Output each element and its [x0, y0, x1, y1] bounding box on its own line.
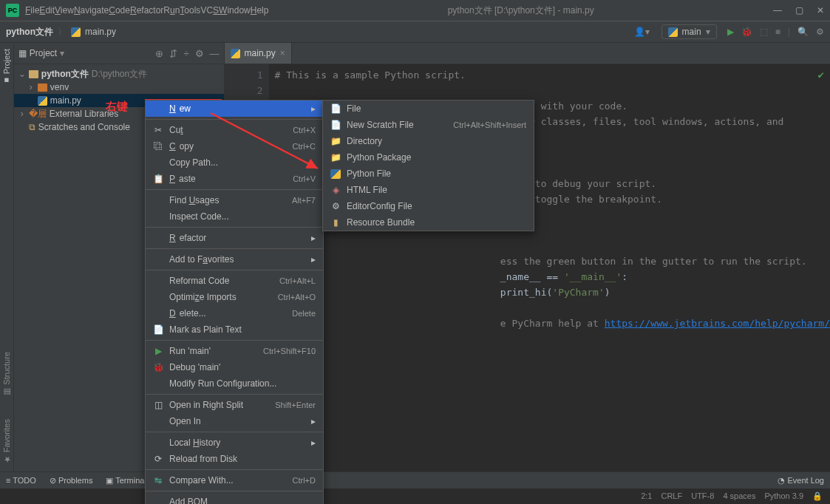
menu-help[interactable]: Help — [251, 5, 269, 16]
new-python-package[interactable]: 📁Python Package — [323, 149, 534, 166]
ctx-open-split[interactable]: ◫Open in Right SplitShift+Enter — [146, 397, 323, 413]
menu-file[interactable]: File — [25, 5, 39, 16]
tree-project-path: D:\python文件 — [92, 68, 147, 81]
new-scratch[interactable]: 📄New Scratch FileCtrl+Alt+Shift+Insert — [323, 117, 534, 133]
bottom-problems[interactable]: ⊘ Problems — [50, 476, 93, 486]
ctx-refactor[interactable]: Refactor▸ — [146, 230, 323, 246]
editor-tab-main[interactable]: main.py × — [225, 43, 292, 64]
minimize-button[interactable]: — — [773, 5, 782, 16]
ctx-favorites[interactable]: Add to Favorites▸ — [146, 251, 323, 268]
status-interpreter[interactable]: Python 3.9 — [764, 491, 803, 500]
user-icon[interactable]: 👤▾ — [634, 27, 650, 37]
ctx-reload[interactable]: ⟳Reload from Disk — [146, 451, 323, 467]
ctx-findusages[interactable]: Find UsagesAlt+F7 — [146, 192, 323, 208]
python-icon — [38, 96, 47, 106]
new-submenu: 📄File 📄New Scratch FileCtrl+Alt+Shift+In… — [322, 100, 534, 231]
tab-label: main.py — [245, 48, 276, 58]
status-lineending[interactable]: CRLF — [661, 491, 682, 500]
leftstrip-project[interactable]: ■ Project — [2, 49, 11, 85]
libraries-icon: �層 — [29, 108, 47, 120]
run-coverage-button[interactable]: ⬚ — [760, 27, 768, 37]
new-file[interactable]: 📄File — [323, 101, 534, 117]
ctx-cut[interactable]: ✂CutCtrl+X — [146, 122, 323, 138]
ctx-optimize[interactable]: Optimize ImportsCtrl+Alt+O — [146, 289, 323, 305]
ctx-compare[interactable]: ↹Compare With...Ctrl+D — [146, 472, 323, 488]
tree-ext-label: External Libraries — [50, 109, 118, 119]
python-icon — [71, 27, 81, 37]
run-configuration-selector[interactable]: main ▾ — [661, 24, 717, 39]
ctx-modify-run[interactable]: Modify Run Configuration... — [146, 375, 323, 392]
ctx-new[interactable]: New▸ — [146, 101, 323, 117]
ctx-local-history[interactable]: Local History▸ — [146, 435, 323, 451]
tree-project-root[interactable]: ⌄ python文件 D:\python文件 — [14, 67, 224, 81]
ctx-copypath[interactable]: Copy Path... — [146, 154, 323, 171]
bottom-terminal[interactable]: ▣ Terminal — [106, 476, 146, 486]
menu-navigate[interactable]: Navigate — [74, 5, 109, 16]
python-icon — [330, 169, 341, 179]
new-python-file[interactable]: Python File — [323, 166, 534, 182]
tree-scratch-label: Scratches and Console — [38, 122, 130, 132]
menu-run[interactable]: Run — [163, 5, 180, 16]
ctx-delete[interactable]: Delete...Delete — [146, 305, 323, 321]
settings-icon[interactable]: ⚙ — [816, 27, 824, 37]
menu-view[interactable]: View — [55, 5, 74, 16]
leftstrip-favorites[interactable]: ★ Favorites — [1, 419, 11, 464]
python-icon — [231, 49, 240, 58]
menubar-inline: File Edit View Navigate Code Refactor Ru… — [25, 5, 268, 16]
ctx-copy[interactable]: ⿻CopyCtrl+C — [146, 138, 323, 154]
hide-icon[interactable]: — — [210, 48, 220, 59]
close-button[interactable]: ✕ — [817, 5, 824, 16]
ctx-inspect[interactable]: Inspect Code... — [146, 208, 323, 225]
tree-venv[interactable]: › venv — [14, 81, 224, 94]
ctx-bom[interactable]: Add BOM — [146, 494, 323, 504]
maximize-button[interactable]: ▢ — [795, 5, 803, 16]
bottom-todo[interactable]: ≡ TODO — [6, 476, 36, 485]
breadcrumb-file[interactable]: main.py — [85, 27, 116, 37]
search-icon[interactable]: 🔍 — [797, 27, 809, 37]
tree-project-label: python文件 — [41, 68, 89, 81]
tree-venv-label: venv — [50, 82, 69, 92]
menu-window[interactable]: Window — [219, 5, 251, 16]
expand-icon[interactable]: ⇵ — [169, 48, 177, 59]
project-tool-icon: ▦ — [18, 48, 27, 58]
ctx-run-main[interactable]: ▶Run 'main'Ctrl+Shift+F10 — [146, 343, 323, 359]
scratches-icon: ⧉ — [29, 122, 35, 132]
menu-edit[interactable]: Edit — [39, 5, 55, 16]
ctx-reformat[interactable]: Reformat CodeCtrl+Alt+L — [146, 273, 323, 289]
menu-vcs[interactable]: VCS — [200, 5, 219, 16]
leftstrip-structure[interactable]: ▤ Structure — [1, 352, 11, 397]
menu-tools[interactable]: Tools — [180, 5, 200, 16]
debug-button[interactable]: 🐞 — [741, 27, 752, 37]
ctx-paste[interactable]: 📋PasteCtrl+V — [146, 171, 323, 187]
locate-icon[interactable]: ⊕ — [155, 48, 163, 59]
gear-icon[interactable]: ⚙ — [195, 48, 204, 59]
close-tab-icon[interactable]: × — [280, 48, 285, 58]
python-icon — [668, 27, 678, 37]
inspection-ok-icon: ✔ — [818, 69, 824, 81]
ctx-plaintext[interactable]: 📄Mark as Plain Text — [146, 321, 323, 338]
status-encoding[interactable]: UTF-8 — [691, 491, 714, 500]
new-html-file[interactable]: ◈HTML File — [323, 182, 534, 198]
window-title: python文件 [D:\python文件] - main.py — [268, 4, 773, 17]
context-menu: New▸ ✂CutCtrl+X ⿻CopyCtrl+C Copy Path...… — [145, 100, 324, 504]
collapse-icon[interactable]: ÷ — [183, 48, 188, 59]
breadcrumb-sep: 〉 — [58, 26, 67, 38]
status-position[interactable]: 2:1 — [641, 491, 652, 500]
app-logo-icon: PC — [6, 4, 19, 17]
new-resource-bundle[interactable]: ▮Resource Bundle — [323, 214, 534, 231]
menu-refactor[interactable]: Refactor — [130, 5, 163, 16]
run-config-label: main — [682, 27, 701, 37]
project-tool-label[interactable]: Project — [30, 48, 57, 58]
new-directory[interactable]: 📁Directory — [323, 133, 534, 149]
ctx-open-in[interactable]: Open In▸ — [146, 413, 323, 429]
ctx-debug-main[interactable]: 🐞Debug 'main' — [146, 359, 323, 375]
status-lock-icon[interactable]: 🔒 — [812, 491, 823, 501]
menu-code[interactable]: Code — [109, 5, 130, 16]
new-editorconfig[interactable]: ⚙EditorConfig File — [323, 198, 534, 214]
breadcrumb-project[interactable]: python文件 — [6, 26, 53, 38]
status-indent[interactable]: 4 spaces — [723, 491, 755, 500]
help-link[interactable]: https://www.jetbrains.com/help/pycharm/ — [605, 318, 830, 329]
run-button[interactable]: ▶ — [727, 27, 734, 37]
bottom-eventlog[interactable]: ◔ Event Log — [778, 476, 824, 486]
stop-button[interactable]: ■ — [775, 27, 780, 37]
